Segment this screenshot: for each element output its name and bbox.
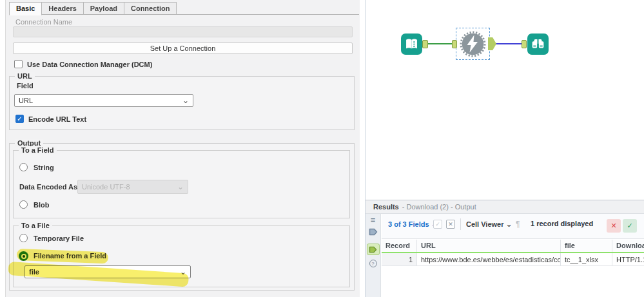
toolbar-divider — [460, 218, 461, 230]
output-anchor[interactable] — [488, 37, 496, 50]
tab-basic[interactable]: Basic — [9, 2, 42, 15]
tab-payload[interactable]: Payload — [84, 2, 124, 15]
messages-list-icon[interactable]: ≡ — [371, 216, 376, 224]
encode-url-label: Encode URL Text — [28, 115, 86, 123]
cell-downloadheaders: HTTP/1.1 20 — [612, 253, 644, 266]
encode-url-checkbox[interactable]: ✓ — [15, 115, 24, 123]
output-anchor-icon — [369, 246, 377, 253]
temporary-file-radio[interactable] — [19, 234, 28, 242]
grid-header-row: Record URL file DownloadH — [382, 240, 644, 252]
deselect-icon[interactable]: ✕ — [446, 220, 455, 229]
connection-wire-blue — [495, 43, 523, 44]
data-encoded-as-label: Data Encoded As — [19, 183, 77, 191]
setup-connection-button[interactable]: Set Up a Connection — [13, 43, 353, 54]
input-anchor[interactable] — [452, 40, 457, 48]
results-subtitle: - Download (2) - Output — [402, 203, 476, 211]
column-header-url[interactable]: URL — [417, 240, 561, 252]
download-tool[interactable] — [459, 30, 487, 59]
chevron-down-icon: ⌄ — [177, 184, 184, 189]
results-title: Results — [373, 203, 399, 211]
dcm-checkbox-label: Use Data Connection Manager (DCM) — [27, 61, 152, 68]
string-radio-label: String — [34, 164, 54, 171]
binoculars-icon — [529, 35, 547, 53]
url-field-value: URL — [19, 97, 33, 104]
url-field-select[interactable]: URL ⌄ — [14, 94, 193, 107]
url-group-title: URL — [15, 72, 35, 80]
chevron-down-icon: ⌄ — [182, 98, 189, 103]
fields-summary-label: 3 of 3 Fields — [388, 220, 429, 228]
browse-tool[interactable] — [527, 34, 549, 55]
config-tab-bar: Basic Headers Payload Connection — [9, 2, 177, 15]
cell-file: tc__1_xlsx — [561, 253, 612, 266]
to-a-file-title: To a File — [19, 222, 52, 229]
column-header-record[interactable]: Record — [382, 240, 417, 252]
fields-filter-dropdown[interactable]: 3 of 3 Fields ⌄ — [388, 220, 438, 229]
encoding-select: Unicode UTF-8 ⌄ — [77, 180, 188, 194]
tab-headers[interactable]: Headers — [42, 2, 83, 15]
book-icon — [403, 35, 420, 53]
dcm-checkbox[interactable] — [14, 60, 23, 68]
chevron-down-icon: ⌄ — [506, 220, 512, 229]
cell-viewer-label: Cell Viewer — [466, 220, 504, 228]
record-count-label: 1 record displayed — [531, 220, 593, 227]
cell-url: https://www.bde.es/webbe/es/estadisticas… — [417, 253, 561, 266]
string-radio[interactable] — [19, 163, 28, 171]
blob-radio[interactable] — [19, 200, 28, 209]
column-header-downloadheaders[interactable]: DownloadH — [612, 240, 644, 252]
cell-record: 1 — [382, 253, 417, 266]
connection-name-label: Connection Name — [15, 18, 72, 26]
column-header-file[interactable]: file — [561, 240, 612, 252]
cell-viewer-dropdown[interactable]: Cell Viewer ⌄ — [466, 220, 512, 229]
help-icon[interactable]: ? — [369, 260, 377, 267]
input-data-tool[interactable] — [401, 34, 422, 55]
select-all-icon[interactable]: ✓ — [433, 220, 442, 229]
blob-radio-label: Blob — [34, 201, 49, 209]
temporary-file-radio-label: Temporary File — [34, 235, 84, 242]
url-field-label: Field — [17, 82, 34, 90]
errors-filter-button[interactable]: ✕ — [607, 219, 621, 233]
encoding-value: Unicode UTF-8 — [82, 183, 130, 191]
output-anchor[interactable] — [422, 40, 428, 48]
results-grid: Record URL file DownloadH 1 https://www.… — [382, 240, 644, 266]
output-anchor-selected[interactable] — [367, 244, 380, 255]
results-toolbar: 3 of 3 Fields ⌄ ✓ ✕ Cell Viewer ⌄ ¶ 1 re… — [382, 214, 644, 239]
connection-name-input — [13, 26, 353, 37]
input-anchor[interactable] — [522, 40, 527, 48]
lightning-gear-icon — [459, 30, 487, 58]
alteryx-designer-window: Basic Headers Payload Connection Connect… — [0, 0, 644, 297]
paragraph-marks-icon[interactable]: ¶ — [516, 220, 520, 229]
table-row[interactable]: 1 https://www.bde.es/webbe/es/estadistic… — [382, 253, 644, 266]
success-filter-button[interactable]: ✓ — [623, 219, 637, 233]
tab-connection[interactable]: Connection — [124, 2, 177, 15]
connection-anchor-icon[interactable] — [369, 228, 378, 236]
to-a-field-title: To a Field — [19, 146, 57, 154]
results-left-toolbar: ≡ ? — [366, 214, 381, 297]
results-header: Results - Download (2) - Output — [366, 200, 644, 214]
